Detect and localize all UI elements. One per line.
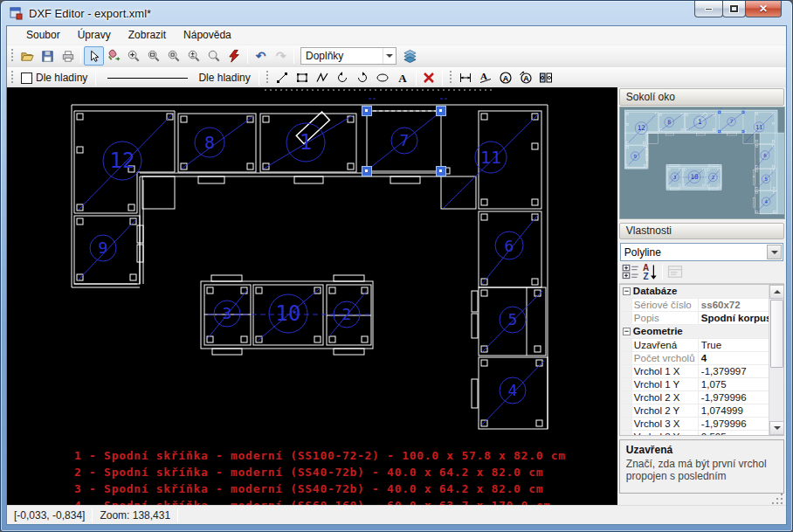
cabinet-12-label[interactable]: 12: [110, 149, 135, 173]
property-value[interactable]: ss60x72: [699, 300, 769, 310]
cabinet-1-label[interactable]: 1: [300, 130, 312, 155]
combo-arrow[interactable]: [383, 48, 396, 64]
cabinet-2-label[interactable]: 2: [342, 305, 352, 323]
property-row[interactable]: Vrchol 2 X-1,979996: [620, 391, 769, 404]
cabinet-5-label[interactable]: 5: [508, 310, 518, 328]
property-value[interactable]: -1,979996: [699, 392, 769, 403]
drawing-canvas[interactable]: 12 8 1 7 11 9 6 5 4 3 10 2: [7, 87, 617, 505]
toolbar-grip[interactable]: [10, 49, 15, 63]
collapse-icon[interactable]: [623, 328, 631, 335]
resize-grip[interactable]: [772, 494, 784, 506]
cabinet-6-label[interactable]: 6: [505, 237, 514, 255]
legend-line-2[interactable]: 2 - Spodní skříňka - moderní (SS40-72b) …: [74, 466, 543, 479]
property-row[interactable]: Vrchol 1 Y1,075: [620, 378, 769, 391]
undo-button[interactable]: ↶: [251, 46, 271, 66]
minimize-button[interactable]: [694, 1, 723, 17]
cabinet-4-label[interactable]: 4: [508, 381, 518, 399]
property-grid[interactable]: Databáze Sériové čísloss60x72 PopisSpodn…: [619, 284, 784, 437]
rotate-annotation-button[interactable]: A: [516, 68, 536, 87]
property-row[interactable]: Počet vrcholů4: [620, 352, 769, 365]
save-button[interactable]: [38, 46, 58, 66]
draw-arc-ccw-button[interactable]: [333, 68, 353, 87]
legend-line-4[interactable]: 4 - Spodní skříňka - moderní (SS60-160) …: [74, 499, 551, 505]
delete-button[interactable]: [419, 68, 439, 87]
cabinet-11-label[interactable]: 11: [480, 147, 501, 168]
property-value[interactable]: True: [699, 340, 769, 350]
alphabetical-sort-button[interactable]: A Z: [640, 262, 659, 281]
toolbar-grip[interactable]: [265, 71, 270, 85]
pan-tool-button[interactable]: [104, 46, 124, 66]
layers-button[interactable]: [400, 46, 420, 66]
property-grid-scrollbar[interactable]: [769, 285, 783, 436]
toolbar-grip[interactable]: [10, 71, 15, 85]
zoom-window-button[interactable]: [144, 46, 164, 66]
regen-button[interactable]: [224, 46, 245, 66]
object-type-value: Polyline: [621, 246, 767, 259]
print-button[interactable]: [58, 46, 78, 66]
property-row[interactable]: Vrchol 2 Y1,074999: [620, 404, 769, 418]
property-row[interactable]: Sériové čísloss60x72: [620, 299, 769, 312]
menu-upravy[interactable]: Úpravy: [69, 26, 120, 44]
collapse-icon[interactable]: [623, 287, 631, 295]
zoom-in-out-button[interactable]: [184, 46, 204, 66]
zoom-icon: [207, 49, 222, 64]
draw-rectangle-button[interactable]: [293, 68, 313, 87]
menu-zobrazit[interactable]: Zobrazit: [120, 26, 175, 44]
overview-map[interactable]: [619, 107, 785, 218]
property-value[interactable]: -1,379997: [699, 366, 769, 377]
property-pages-button: [665, 262, 685, 281]
addons-combobox[interactable]: Doplňky: [300, 47, 396, 65]
property-value[interactable]: 1,075: [699, 379, 769, 390]
property-value[interactable]: 0,505: [699, 432, 769, 437]
cabinet-9-label[interactable]: 9: [99, 238, 108, 257]
cabinet-7-label[interactable]: 7: [400, 131, 410, 149]
dimension-button[interactable]: [456, 68, 476, 87]
categorized-view-button[interactable]: [621, 262, 640, 281]
toolbar-grip[interactable]: [449, 71, 453, 85]
separator: [442, 70, 443, 86]
select-tool-button[interactable]: [84, 46, 104, 66]
scroll-up-button[interactable]: [769, 285, 784, 299]
property-row[interactable]: PopisSpodní korpus: [620, 312, 769, 325]
color-bylayer-checkbox[interactable]: [21, 73, 32, 84]
draw-polyline-button[interactable]: [313, 68, 333, 87]
draw-text-button[interactable]: A: [393, 68, 413, 87]
property-value[interactable]: -1,979996: [699, 418, 769, 429]
property-row[interactable]: UzavřenáTrue: [620, 339, 769, 352]
menu-soubor[interactable]: Soubor: [17, 26, 69, 44]
legend-line-3[interactable]: 3 - Spodní skříňka - moderní (SS40-72b) …: [74, 482, 543, 495]
draw-arc-cw-button[interactable]: [353, 68, 373, 87]
property-value[interactable]: 4: [699, 353, 769, 363]
mirror-button[interactable]: [536, 68, 556, 87]
separator: [259, 70, 259, 86]
property-value[interactable]: Spodní korpus: [699, 313, 769, 323]
zoom-button[interactable]: [204, 46, 224, 66]
menu-napoveda[interactable]: Nápověda: [175, 26, 240, 44]
open-button[interactable]: [17, 46, 38, 66]
property-row[interactable]: Vrchol 3 X-1,979996: [620, 418, 769, 431]
scroll-down-button[interactable]: [769, 421, 784, 435]
cabinet-10-label[interactable]: 10: [276, 301, 301, 326]
zoom-selected-button[interactable]: [164, 46, 184, 66]
property-row[interactable]: Vrchol 3 Y0,505: [620, 431, 769, 437]
legend-line-1[interactable]: 1 - Spodní skříňka - moderní (SS100-72-2…: [74, 449, 566, 462]
object-type-combobox[interactable]: Polyline: [620, 243, 783, 261]
scrollbar-thumb[interactable]: [770, 300, 783, 368]
combo-arrow[interactable]: [767, 245, 782, 259]
arc-ccw-icon: [335, 71, 349, 85]
maximize-button[interactable]: [722, 1, 746, 17]
draw-line-button[interactable]: [272, 68, 293, 87]
cabinet-3-label[interactable]: 3: [223, 304, 232, 322]
text-along-line-button[interactable]: A: [476, 68, 496, 87]
property-category[interactable]: Geometrie: [620, 325, 769, 339]
property-value[interactable]: 1,074999: [699, 405, 769, 416]
property-row[interactable]: Vrchol 1 X-1,379997: [620, 365, 769, 378]
find-annotation-button[interactable]: A: [496, 68, 516, 87]
cabinet-8-label[interactable]: 8: [204, 132, 215, 153]
propertygrid-toolbar: A Z: [619, 261, 784, 284]
draw-ellipse-button[interactable]: [373, 68, 393, 87]
linetype-sample[interactable]: [107, 78, 188, 79]
close-button[interactable]: ✕: [745, 1, 782, 17]
property-category[interactable]: Databáze: [620, 285, 769, 299]
zoom-extents-button[interactable]: [124, 46, 144, 66]
